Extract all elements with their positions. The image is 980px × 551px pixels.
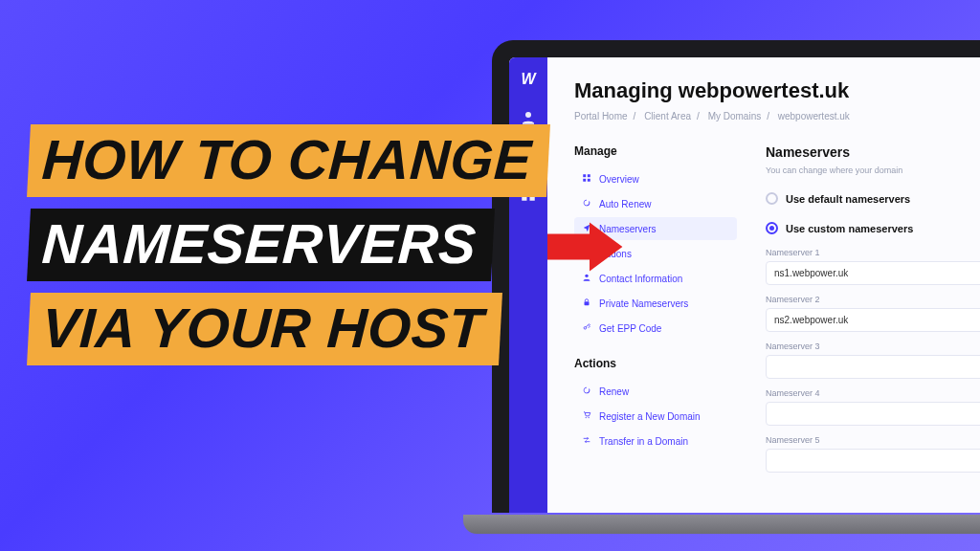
crumb-1[interactable]: Portal Home	[574, 111, 628, 121]
nameserver-input-2[interactable]	[766, 308, 980, 332]
nameserver-label: Nameserver 3	[766, 342, 980, 351]
sidebar: Manage OverviewAuto RenewNameserversAddo…	[574, 144, 737, 473]
panel-heading: Nameservers	[766, 144, 980, 160]
nameserver-input-4[interactable]	[766, 402, 980, 426]
svg-marker-0	[547, 222, 622, 271]
title-line-3: VIA YOUR HOST	[27, 293, 502, 365]
nameserver-label: Nameserver 5	[766, 435, 980, 445]
sidebar-item-overview[interactable]: Overview	[574, 167, 737, 190]
transfer-icon	[582, 435, 591, 447]
title-line-1: HOW TO CHANGE	[27, 124, 550, 197]
radio-icon	[766, 192, 778, 205]
sidebar-item-label: Get EPP Code	[599, 323, 661, 334]
sidebar-item-label: Private Nameservers	[599, 298, 688, 309]
svg-rect-11	[585, 301, 590, 305]
sidebar-item-get-epp-code[interactable]: Get EPP Code	[574, 317, 737, 340]
sidebar-item-label: Auto Renew	[599, 199, 651, 209]
nameserver-input-5[interactable]	[766, 449, 980, 473]
sidebar-item-label: Renew	[599, 386, 629, 397]
title-overlay: HOW TO CHANGE NAMESERVERS VIA YOUR HOST	[29, 124, 548, 365]
sidebar-item-register-a-new-domain[interactable]: Register a New Domain	[574, 405, 737, 428]
breadcrumb: Portal Home/ Client Area/ My Domains/ we…	[574, 111, 980, 121]
svg-point-1	[525, 112, 531, 118]
refresh-icon	[582, 198, 591, 209]
nameserver-field-3: Nameserver 3	[766, 342, 980, 379]
nameserver-label: Nameserver 4	[766, 388, 980, 398]
key-icon	[582, 322, 591, 334]
page-title: Managing webpowertest.uk	[574, 78, 980, 103]
sidebar-item-auto-renew[interactable]: Auto Renew	[574, 192, 737, 215]
lock-icon	[582, 298, 591, 309]
app-logo: W	[521, 71, 535, 88]
stage: HOW TO CHANGE NAMESERVERS VIA YOUR HOST …	[0, 0, 980, 551]
sidebar-item-label: Register a New Domain	[599, 411, 701, 422]
nameserver-label: Nameserver 2	[766, 295, 980, 304]
nameserver-input-1[interactable]	[766, 261, 980, 285]
radio-default-nameservers[interactable]: Use default nameservers	[766, 192, 980, 205]
laptop-base	[463, 515, 980, 534]
cart-icon	[582, 410, 591, 422]
nameserver-field-4: Nameserver 4	[766, 388, 980, 426]
crumb-2[interactable]: Client Area	[644, 111, 691, 121]
nameserver-input-3[interactable]	[766, 355, 980, 379]
crumb-4: webpowertest.uk	[778, 111, 850, 121]
laptop-screen: W Managing webpowertest.uk Portal Home/ …	[509, 57, 980, 513]
sidebar-item-private-nameservers[interactable]: Private Nameservers	[574, 292, 737, 315]
sidebar-item-label: Overview	[599, 174, 639, 185]
svg-point-14	[588, 417, 589, 418]
grid-icon	[582, 173, 591, 185]
nameservers-panel: Nameservers You can change where your do…	[766, 144, 980, 473]
sidebar-item-label: Transfer in a Domain	[599, 436, 688, 447]
sidebar-item-transfer-in-a-domain[interactable]: Transfer in a Domain	[574, 430, 737, 452]
svg-rect-7	[588, 174, 590, 177]
svg-rect-9	[588, 179, 590, 182]
app-main: Managing webpowertest.uk Portal Home/ Cl…	[547, 57, 980, 513]
radio-custom-nameservers[interactable]: Use custom nameservers	[766, 222, 980, 234]
sidebar-heading-manage: Manage	[574, 144, 737, 158]
sidebar-heading-actions: Actions	[574, 357, 737, 370]
nameserver-label: Nameserver 1	[766, 248, 980, 257]
svg-rect-8	[583, 179, 586, 182]
arrow-icon	[547, 220, 624, 277]
svg-point-13	[586, 417, 587, 418]
radio-custom-label: Use custom nameservers	[786, 223, 913, 234]
nameserver-field-2: Nameserver 2	[766, 295, 980, 332]
nameserver-field-5: Nameserver 5	[766, 435, 980, 473]
title-line-2: NAMESERVERS	[27, 209, 495, 281]
sidebar-item-renew[interactable]: Renew	[574, 380, 737, 403]
radio-default-label: Use default nameservers	[786, 193, 910, 205]
svg-rect-6	[583, 174, 586, 177]
refresh-icon	[582, 386, 591, 397]
crumb-3[interactable]: My Domains	[708, 111, 762, 121]
panel-subtext: You can change where your domain	[766, 165, 980, 175]
radio-icon	[766, 222, 778, 234]
nameserver-field-1: Nameserver 1	[766, 248, 980, 285]
